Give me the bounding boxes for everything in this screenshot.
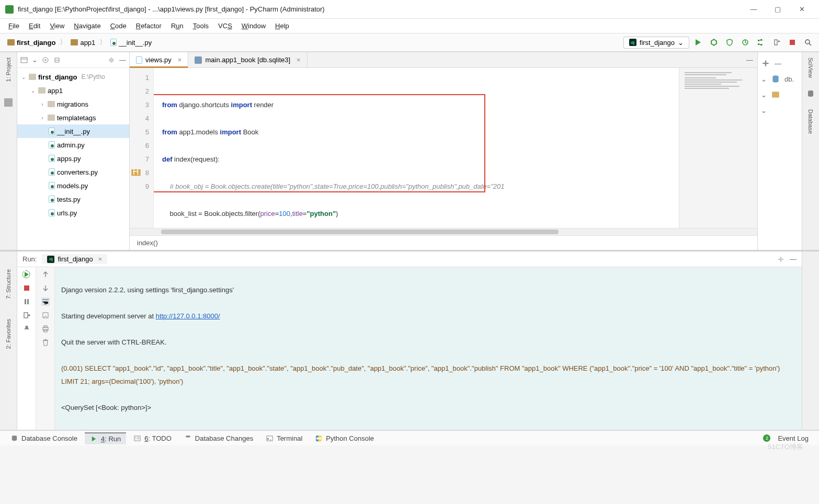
menu-edit[interactable]: Edit <box>25 20 44 31</box>
line-number: 1 <box>130 71 149 85</box>
status-todo[interactable]: 6: TODO <box>128 433 177 444</box>
hide-button[interactable]: — <box>746 56 753 64</box>
menu-vcs[interactable]: VCS <box>214 20 236 31</box>
horizontal-scrollbar[interactable] <box>130 228 757 235</box>
menu-run[interactable]: Run <box>167 20 188 31</box>
exit-icon[interactable] <box>22 311 31 319</box>
menu-code[interactable]: Code <box>106 20 131 31</box>
status-db-changes[interactable]: Database Changes <box>179 433 258 444</box>
close-icon[interactable]: × <box>297 56 301 64</box>
menu-help[interactable]: Help <box>271 20 293 31</box>
database-button[interactable]: Database <box>807 107 814 136</box>
scroll-icon[interactable] <box>41 311 50 319</box>
menu-tools[interactable]: Tools <box>189 20 213 31</box>
status-run[interactable]: 4: Run <box>85 432 126 444</box>
gear-icon[interactable] <box>777 256 784 263</box>
tree-app1[interactable]: ⌄app1 <box>17 84 129 97</box>
run-tab[interactable]: djfirst_django× <box>42 254 107 264</box>
chevron-down-icon[interactable]: ⌄ <box>32 56 38 64</box>
tree-label: migrations <box>57 100 88 108</box>
tree-file-converters[interactable]: converters.py <box>17 165 129 179</box>
maximize-button[interactable]: ▢ <box>766 2 790 17</box>
collapse-icon[interactable] <box>53 56 61 64</box>
db-item[interactable]: ⌄db. <box>761 71 799 87</box>
tree-file-models[interactable]: models.py <box>17 179 129 192</box>
project-view-icon[interactable] <box>20 56 28 64</box>
database-panel: — ⌄db. ⌄ ⌄ <box>757 52 802 250</box>
breadcrumb-root[interactable]: first_django <box>4 38 59 48</box>
console-output[interactable]: Django version 2.2.2, using settings 'fi… <box>55 267 802 430</box>
wrap-icon[interactable] <box>41 297 50 306</box>
db-chevron[interactable]: ⌄ <box>761 102 799 118</box>
close-button[interactable]: ✕ <box>790 2 814 17</box>
stop-icon[interactable] <box>22 284 31 292</box>
tree-root[interactable]: ⌄first_djangoE:\Pytho <box>17 70 129 84</box>
tree-file-tests[interactable]: tests.py <box>17 192 129 206</box>
status-python-console[interactable]: Python Console <box>310 433 379 444</box>
tab-views[interactable]: views.py× <box>130 52 188 67</box>
database-icon[interactable] <box>806 89 815 98</box>
coverage-button[interactable] <box>723 36 736 49</box>
search-button[interactable] <box>801 36 815 49</box>
down-icon[interactable] <box>41 284 50 292</box>
tree-templatetags[interactable]: ›templatetags <box>17 111 129 124</box>
gear-icon[interactable] <box>108 56 115 64</box>
breadcrumb-file[interactable]: __init__.py <box>107 38 155 48</box>
project-tree[interactable]: ⌄first_djangoE:\Pytho ⌄app1 ›migrations … <box>17 68 129 250</box>
editor: views.py× main.app1_book [db.sqlite3]× —… <box>130 52 757 250</box>
status-terminal[interactable]: Terminal <box>260 433 308 444</box>
close-icon[interactable]: × <box>98 255 103 263</box>
tree-migrations[interactable]: ›migrations <box>17 97 129 111</box>
status-database-console[interactable]: Database Console <box>5 433 83 444</box>
menu-view[interactable]: View <box>46 20 69 31</box>
chevron-right-icon: 〉 <box>60 38 66 47</box>
folder-icon <box>71 39 78 45</box>
project-toolwindow-button[interactable]: 1: Project <box>5 55 12 84</box>
tree-file-admin[interactable]: admin.py <box>17 138 129 152</box>
pin-icon[interactable] <box>22 325 31 333</box>
target-icon[interactable] <box>42 56 49 64</box>
attach-button[interactable] <box>770 36 783 49</box>
debug-button[interactable] <box>707 36 721 49</box>
db-add[interactable]: — <box>761 55 799 71</box>
profile-button[interactable] <box>738 36 752 49</box>
favorites-button[interactable]: 2: Favorites <box>5 317 12 351</box>
chevron-down-icon: ⌄ <box>678 39 684 47</box>
db-collapse[interactable]: ⌄ <box>761 87 799 102</box>
console-line: Starting development server at http://12… <box>61 310 795 323</box>
db-label: db. <box>784 75 794 83</box>
bookmark-icon[interactable] <box>4 98 13 107</box>
editor-tabs: views.py× main.app1_book [db.sqlite3]× — <box>130 52 757 68</box>
structure-button[interactable]: 7: Structure <box>5 267 12 301</box>
stop-button[interactable] <box>786 36 799 49</box>
print-icon[interactable] <box>41 325 50 333</box>
code-area[interactable]: from django.shortcuts import render from… <box>154 68 679 228</box>
run-button[interactable] <box>691 36 705 49</box>
menu-navigate[interactable]: Navigate <box>70 20 105 31</box>
minimap[interactable] <box>679 68 757 228</box>
close-icon[interactable]: × <box>178 56 182 64</box>
menu-file[interactable]: File <box>4 20 24 31</box>
tree-file-init[interactable]: __init__.py <box>17 124 129 138</box>
menu-refactor[interactable]: Refactor <box>132 20 166 31</box>
concurrency-button[interactable] <box>754 36 768 49</box>
function-breadcrumb[interactable]: index() <box>130 235 757 250</box>
rerun-icon[interactable] <box>22 270 31 279</box>
trash-icon[interactable] <box>41 338 50 347</box>
minimize-button[interactable]: — <box>742 2 766 17</box>
hide-button[interactable]: — <box>790 255 797 263</box>
up-icon[interactable] <box>41 270 50 279</box>
tree-file-urls[interactable]: urls.py <box>17 206 129 220</box>
tree-file-apps[interactable]: apps.py <box>17 152 129 165</box>
watermark: 51CTO博客 <box>768 442 803 452</box>
server-url-link[interactable]: http://127.0.0.1:8000/ <box>156 312 220 320</box>
pause-icon[interactable] <box>22 297 31 306</box>
breadcrumb-app1[interactable]: app1 <box>67 38 98 48</box>
run-config-selector[interactable]: dj first_django ⌄ <box>623 37 689 49</box>
sciview-button[interactable]: SciView <box>807 55 814 80</box>
hide-button[interactable]: — <box>119 56 126 64</box>
menu-window[interactable]: Window <box>237 20 270 31</box>
html-marker-icon[interactable]: H <box>131 167 141 176</box>
editor-body[interactable]: 1 2 3 4 5 6 7 8 9 H from django.shortcut… <box>130 68 757 228</box>
tab-db[interactable]: main.app1_book [db.sqlite3]× <box>188 52 307 67</box>
